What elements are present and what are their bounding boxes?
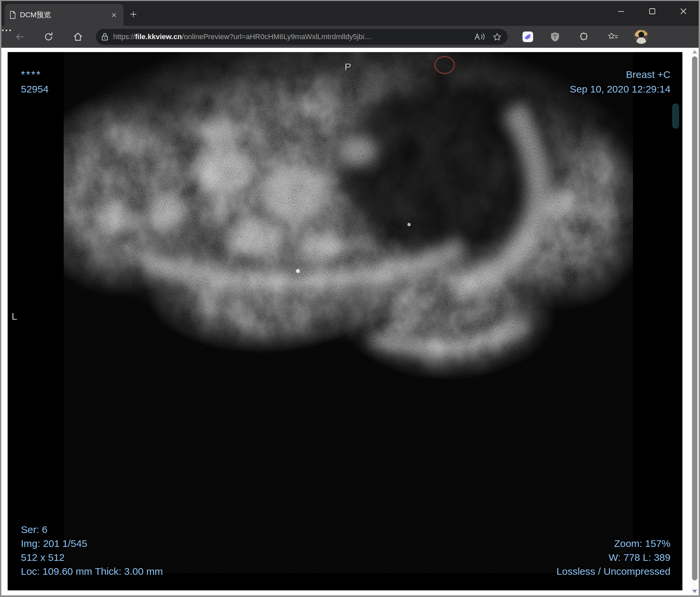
slice-location: Loc: 109.60 mm Thick: 3.00 mm [21,565,163,578]
profile-avatar[interactable] [634,30,648,44]
window-border [0,595,700,597]
window-controls [611,4,693,19]
orientation-marker-left: L [11,311,17,322]
favorite-star-icon[interactable] [493,32,502,42]
window-border [699,0,700,597]
series-number: Ser: 6 [21,523,163,537]
more-menu-icon[interactable] [1,26,11,34]
scrollbar-up-arrow-icon[interactable] [692,50,697,53]
url-text[interactable]: https://file.kkview.cn/onlinePreview?url… [113,32,470,41]
home-icon[interactable] [73,32,83,42]
mri-image [8,52,682,590]
orientation-marker-posterior: P [345,61,351,73]
back-icon[interactable] [15,32,25,42]
study-info-overlay: Breast +C Sep 10, 2020 12:29:14 [570,67,671,97]
tampermonkey-extension-icon[interactable] [550,32,560,42]
maximize-button[interactable] [642,4,662,19]
zoom-level: Zoom: 157% [557,537,671,550]
patient-id: 52954 [21,82,48,97]
scrollbar-thumb[interactable] [692,56,697,580]
url-path: /onlinePreview?url=aHR0cHM6Ly9maWxlLmtrd… [182,32,372,41]
scrollbar-down-arrow-icon[interactable] [692,590,697,593]
thunder-extension-icon[interactable] [523,31,533,42]
minimize-button[interactable] [611,4,631,19]
new-tab-button[interactable] [128,9,139,20]
url-scheme: https:// [113,32,135,41]
page-scrollbar[interactable] [691,48,699,595]
browser-toolbar: https://file.kkview.cn/onlinePreview?url… [1,26,699,48]
document-icon [9,11,16,19]
series-info-overlay: Ser: 6 Img: 201 1/545 512 x 512 Loc: 109… [21,523,163,578]
study-datetime: Sep 10, 2020 12:29:14 [570,82,671,97]
compression-info: Lossless / Uncompressed [557,565,671,578]
refresh-icon[interactable] [44,32,54,42]
image-number: Img: 201 1/545 [21,537,163,550]
lock-icon[interactable] [101,32,108,41]
patient-info-overlay: **** 52954 [21,67,48,97]
dicom-viewer-canvas[interactable]: **** 52954 Breast +C Sep 10, 2020 12:29:… [8,52,682,590]
window-border [0,0,1,597]
browser-tab[interactable]: DCM预览 [5,4,123,26]
series-scroll-indicator [672,103,679,129]
close-button[interactable] [673,4,693,19]
title-bar: DCM预览 [1,1,699,26]
study-description: Breast +C [570,67,671,82]
address-bar[interactable]: https://file.kkview.cn/onlinePreview?url… [96,29,507,45]
display-info-overlay: Zoom: 157% W: 778 L: 389 Lossless / Unco… [557,537,671,578]
tab-title: DCM预览 [20,10,105,20]
extensions-puzzle-icon[interactable] [578,32,588,42]
read-aloud-icon[interactable] [474,32,485,42]
address-bar-actions [474,32,502,42]
page-background: **** 52954 Breast +C Sep 10, 2020 12:29:… [1,48,699,595]
patient-name-masked: **** [21,67,48,82]
tab-close-icon[interactable] [109,10,119,20]
image-matrix: 512 x 512 [21,550,163,565]
red-circle-annotation [434,56,455,74]
window-level: W: 778 L: 389 [557,550,671,565]
url-domain: file.kkview.cn [135,32,182,41]
collections-icon[interactable] [608,32,618,41]
